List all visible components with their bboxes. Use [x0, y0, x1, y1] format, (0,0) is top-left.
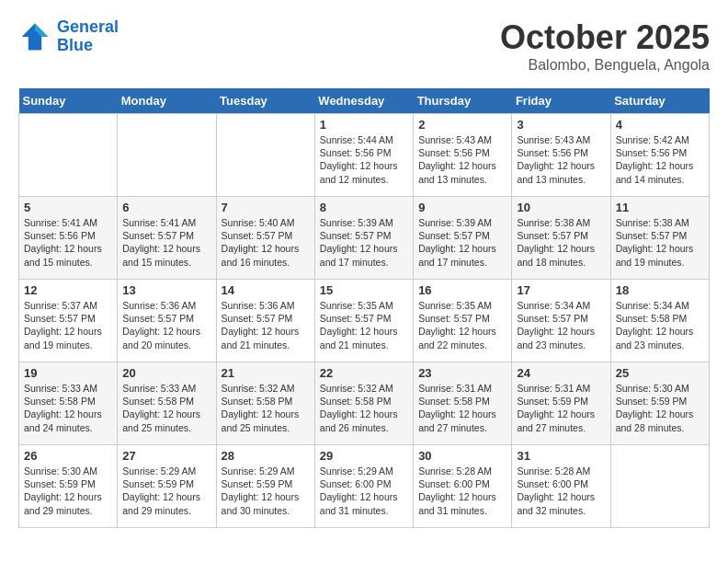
day-info: Sunrise: 5:41 AMSunset: 5:57 PMDaylight:… — [122, 216, 210, 269]
day-number: 2 — [418, 118, 506, 132]
day-number: 17 — [517, 283, 605, 297]
day-info: Sunrise: 5:41 AMSunset: 5:56 PMDaylight:… — [24, 216, 112, 269]
day-number: 29 — [320, 449, 408, 463]
day-info: Sunrise: 5:43 AMSunset: 5:56 PMDaylight:… — [517, 133, 605, 186]
day-info: Sunrise: 5:29 AMSunset: 5:59 PMDaylight:… — [122, 465, 210, 517]
day-number: 5 — [24, 201, 112, 214]
day-info: Sunrise: 5:29 AMSunset: 6:00 PMDaylight:… — [320, 465, 408, 517]
location-title: Balombo, Benguela, Angola — [500, 57, 710, 74]
day-info: Sunrise: 5:31 AMSunset: 5:59 PMDaylight:… — [517, 382, 605, 434]
day-info: Sunrise: 5:34 AMSunset: 5:58 PMDaylight:… — [616, 299, 704, 351]
day-number: 11 — [616, 201, 704, 214]
weekday-header-row: SundayMondayTuesdayWednesdayThursdayFrid… — [19, 88, 710, 114]
day-info: Sunrise: 5:28 AMSunset: 6:00 PMDaylight:… — [418, 465, 506, 517]
day-number: 15 — [320, 283, 408, 297]
day-info: Sunrise: 5:34 AMSunset: 5:57 PMDaylight:… — [517, 299, 605, 351]
day-info: Sunrise: 5:32 AMSunset: 5:58 PMDaylight:… — [222, 382, 310, 434]
day-info: Sunrise: 5:44 AMSunset: 5:56 PMDaylight:… — [320, 133, 408, 186]
calendar-cell — [216, 114, 314, 197]
day-number: 31 — [517, 449, 605, 463]
day-number: 25 — [616, 366, 704, 380]
title-area: October 2025 Balombo, Benguela, Angola — [500, 18, 710, 74]
day-number: 27 — [122, 449, 210, 463]
day-number: 6 — [122, 201, 210, 214]
calendar-cell — [610, 445, 709, 528]
weekday-header-friday: Friday — [512, 88, 610, 114]
calendar-cell: 12Sunrise: 5:37 AMSunset: 5:57 PMDayligh… — [19, 280, 118, 362]
day-number: 18 — [616, 283, 704, 297]
day-info: Sunrise: 5:43 AMSunset: 5:56 PMDaylight:… — [418, 133, 506, 186]
calendar-cell: 16Sunrise: 5:35 AMSunset: 5:57 PMDayligh… — [414, 280, 512, 362]
calendar-cell: 27Sunrise: 5:29 AMSunset: 5:59 PMDayligh… — [118, 445, 216, 528]
day-number: 21 — [222, 366, 310, 380]
day-info: Sunrise: 5:36 AMSunset: 5:57 PMDaylight:… — [122, 299, 210, 351]
calendar-cell: 9Sunrise: 5:39 AMSunset: 5:57 PMDaylight… — [414, 197, 512, 280]
calendar-cell: 23Sunrise: 5:31 AMSunset: 5:58 PMDayligh… — [414, 362, 512, 445]
day-info: Sunrise: 5:30 AMSunset: 5:59 PMDaylight:… — [616, 382, 704, 434]
day-number: 9 — [418, 201, 506, 214]
day-number: 13 — [122, 283, 210, 297]
calendar-cell: 29Sunrise: 5:29 AMSunset: 6:00 PMDayligh… — [314, 445, 413, 528]
calendar-cell: 11Sunrise: 5:38 AMSunset: 5:57 PMDayligh… — [610, 197, 709, 280]
day-info: Sunrise: 5:33 AMSunset: 5:58 PMDaylight:… — [122, 382, 210, 434]
weekday-header-monday: Monday — [118, 88, 216, 114]
day-number: 19 — [24, 366, 112, 380]
calendar-week-row: 19Sunrise: 5:33 AMSunset: 5:58 PMDayligh… — [19, 362, 710, 445]
calendar-table: SundayMondayTuesdayWednesdayThursdayFrid… — [18, 88, 710, 528]
calendar-week-row: 12Sunrise: 5:37 AMSunset: 5:57 PMDayligh… — [19, 280, 710, 362]
day-info: Sunrise: 5:38 AMSunset: 5:57 PMDaylight:… — [517, 216, 605, 269]
weekday-header-tuesday: Tuesday — [216, 88, 314, 114]
weekday-header-sunday: Sunday — [19, 88, 118, 114]
day-info: Sunrise: 5:33 AMSunset: 5:58 PMDaylight:… — [24, 382, 112, 434]
day-number: 4 — [616, 118, 704, 132]
calendar-cell: 19Sunrise: 5:33 AMSunset: 5:58 PMDayligh… — [19, 362, 118, 445]
calendar-cell: 3Sunrise: 5:43 AMSunset: 5:56 PMDaylight… — [512, 114, 610, 197]
day-info: Sunrise: 5:39 AMSunset: 5:57 PMDaylight:… — [320, 216, 408, 269]
calendar-cell: 25Sunrise: 5:30 AMSunset: 5:59 PMDayligh… — [610, 362, 709, 445]
weekday-header-saturday: Saturday — [610, 88, 709, 114]
calendar-week-row: 26Sunrise: 5:30 AMSunset: 5:59 PMDayligh… — [19, 445, 710, 528]
day-info: Sunrise: 5:29 AMSunset: 5:59 PMDaylight:… — [222, 465, 310, 517]
calendar-cell — [19, 114, 118, 197]
calendar-cell: 5Sunrise: 5:41 AMSunset: 5:56 PMDaylight… — [19, 197, 118, 280]
day-number: 7 — [222, 201, 310, 214]
day-number: 12 — [24, 283, 112, 297]
calendar-cell: 26Sunrise: 5:30 AMSunset: 5:59 PMDayligh… — [19, 445, 118, 528]
day-info: Sunrise: 5:36 AMSunset: 5:57 PMDaylight:… — [222, 299, 310, 351]
day-info: Sunrise: 5:30 AMSunset: 5:59 PMDaylight:… — [24, 465, 112, 517]
calendar-cell: 4Sunrise: 5:42 AMSunset: 5:56 PMDaylight… — [610, 114, 709, 197]
weekday-header-wednesday: Wednesday — [314, 88, 413, 114]
calendar-week-row: 1Sunrise: 5:44 AMSunset: 5:56 PMDaylight… — [19, 114, 710, 197]
day-number: 30 — [418, 449, 506, 463]
day-info: Sunrise: 5:37 AMSunset: 5:57 PMDaylight:… — [24, 299, 112, 351]
calendar-cell: 31Sunrise: 5:28 AMSunset: 6:00 PMDayligh… — [512, 445, 610, 528]
day-number: 28 — [222, 449, 310, 463]
day-number: 24 — [517, 366, 605, 380]
calendar-week-row: 5Sunrise: 5:41 AMSunset: 5:56 PMDaylight… — [19, 197, 710, 280]
calendar-cell: 24Sunrise: 5:31 AMSunset: 5:59 PMDayligh… — [512, 362, 610, 445]
calendar-cell: 8Sunrise: 5:39 AMSunset: 5:57 PMDaylight… — [314, 197, 413, 280]
day-number: 14 — [222, 283, 310, 297]
calendar-cell: 13Sunrise: 5:36 AMSunset: 5:57 PMDayligh… — [118, 280, 216, 362]
calendar-cell: 6Sunrise: 5:41 AMSunset: 5:57 PMDaylight… — [118, 197, 216, 280]
logo-icon — [18, 20, 51, 53]
day-info: Sunrise: 5:28 AMSunset: 6:00 PMDaylight:… — [517, 465, 605, 517]
calendar-cell: 10Sunrise: 5:38 AMSunset: 5:57 PMDayligh… — [512, 197, 610, 280]
day-info: Sunrise: 5:31 AMSunset: 5:58 PMDaylight:… — [418, 382, 506, 434]
day-info: Sunrise: 5:38 AMSunset: 5:57 PMDaylight:… — [616, 216, 704, 269]
logo: General Blue — [18, 18, 119, 55]
weekday-header-thursday: Thursday — [414, 88, 512, 114]
calendar-cell: 14Sunrise: 5:36 AMSunset: 5:57 PMDayligh… — [216, 280, 314, 362]
calendar-cell: 17Sunrise: 5:34 AMSunset: 5:57 PMDayligh… — [512, 280, 610, 362]
day-number: 1 — [320, 118, 408, 132]
calendar-cell: 15Sunrise: 5:35 AMSunset: 5:57 PMDayligh… — [314, 280, 413, 362]
day-info: Sunrise: 5:40 AMSunset: 5:57 PMDaylight:… — [222, 216, 310, 269]
calendar-cell: 7Sunrise: 5:40 AMSunset: 5:57 PMDaylight… — [216, 197, 314, 280]
calendar-cell: 20Sunrise: 5:33 AMSunset: 5:58 PMDayligh… — [118, 362, 216, 445]
month-title: October 2025 — [500, 18, 710, 57]
calendar-cell: 30Sunrise: 5:28 AMSunset: 6:00 PMDayligh… — [414, 445, 512, 528]
day-info: Sunrise: 5:42 AMSunset: 5:56 PMDaylight:… — [616, 133, 704, 186]
day-number: 26 — [24, 449, 112, 463]
day-info: Sunrise: 5:32 AMSunset: 5:58 PMDaylight:… — [320, 382, 408, 434]
calendar-cell — [118, 114, 216, 197]
